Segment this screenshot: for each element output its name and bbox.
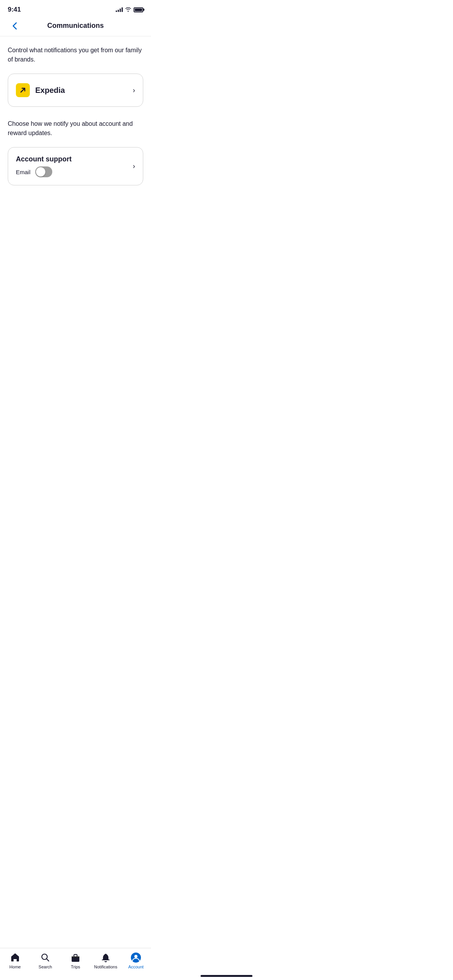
email-toggle[interactable] xyxy=(35,166,52,177)
account-support-sub: Email xyxy=(16,166,133,177)
nav-header: Communications xyxy=(0,17,151,36)
section-one-description: Control what notifications you get from … xyxy=(8,46,143,64)
expedia-label: Expedia xyxy=(35,86,65,95)
status-bar: 9:41 xyxy=(0,0,151,17)
back-button[interactable] xyxy=(8,19,22,33)
account-support-card-inner[interactable]: Account support Email › xyxy=(8,147,143,185)
account-support-chevron-icon: › xyxy=(133,162,135,170)
main-content: Control what notifications you get from … xyxy=(0,36,151,195)
battery-icon xyxy=(134,7,143,12)
account-support-title: Account support xyxy=(16,155,133,163)
account-support-card[interactable]: Account support Email › xyxy=(8,147,143,185)
expedia-logo-icon xyxy=(16,83,30,97)
section-two-description: Choose how we notify you about account a… xyxy=(8,119,143,138)
account-support-email-label: Email xyxy=(16,169,31,175)
page-title: Communications xyxy=(47,22,104,30)
expedia-card-item[interactable]: Expedia › xyxy=(8,74,143,106)
expedia-chevron-icon: › xyxy=(133,86,135,94)
expedia-card[interactable]: Expedia › xyxy=(8,74,143,107)
status-icons xyxy=(116,6,143,13)
signal-icon xyxy=(116,7,123,12)
expedia-card-left: Expedia xyxy=(16,83,65,97)
status-time: 9:41 xyxy=(8,6,21,14)
wifi-icon xyxy=(125,6,131,13)
toggle-knob xyxy=(36,167,45,176)
account-support-content: Account support Email xyxy=(16,155,133,177)
